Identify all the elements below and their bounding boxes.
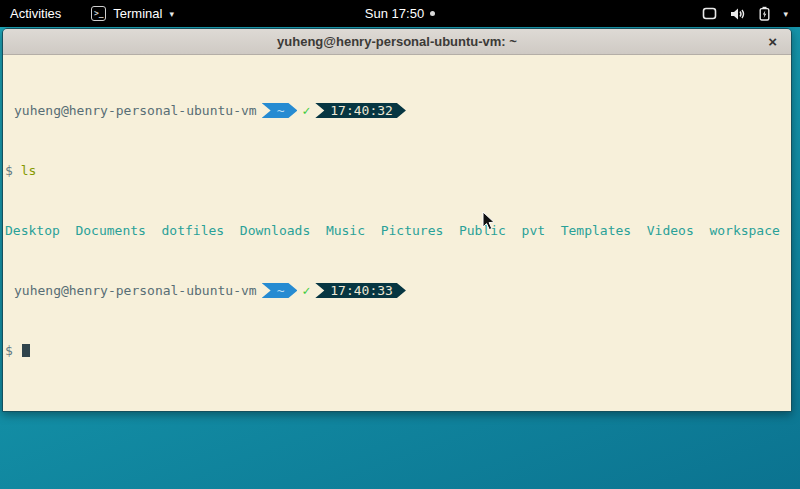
chevron-down-icon: ▾ (783, 9, 788, 19)
activities-button[interactable]: Activities (0, 0, 71, 27)
prompt-line: yuheng@henry-personal-ubuntu-vm ~ ✓ 17:4… (5, 283, 789, 298)
terminal-content[interactable]: yuheng@henry-personal-ubuntu-vm ~ ✓ 17:4… (3, 55, 791, 411)
command-line: $ ls (5, 163, 789, 178)
volume-icon (730, 7, 746, 21)
system-status-area[interactable]: ▾ (702, 0, 800, 27)
terminal-window: yuheng@henry-personal-ubuntu-vm: ~ × yuh… (2, 28, 792, 412)
mouse-cursor (482, 211, 496, 231)
prompt-cwd-segment: ~ (262, 103, 298, 118)
current-input-line[interactable]: $ (5, 343, 789, 358)
status-check-icon: ✓ (302, 103, 310, 118)
prompt-time-segment: 17:40:33 (315, 283, 406, 298)
shell-prompt-symbol: $ (5, 343, 13, 358)
close-button[interactable]: × (768, 29, 777, 54)
app-menu-terminal[interactable]: >_ Terminal ▾ (85, 0, 180, 27)
terminal-app-icon: >_ (91, 6, 106, 21)
shell-prompt-symbol: $ (5, 163, 13, 178)
prompt-line: yuheng@henry-personal-ubuntu-vm ~ ✓ 17:4… (5, 103, 789, 118)
notification-dot-icon (430, 11, 435, 16)
ls-output-line: Desktop Documents dotfiles Downloads Mus… (5, 223, 789, 238)
prompt-cwd-segment: ~ (262, 283, 298, 298)
chevron-down-icon: ▾ (169, 9, 174, 19)
top-bar: Activities >_ Terminal ▾ Sun 17:50 ▾ (0, 0, 800, 27)
app-menu-label: Terminal (113, 6, 162, 21)
text-cursor (22, 344, 30, 357)
prompt-time-segment: 17:40:32 (315, 103, 406, 118)
status-check-icon: ✓ (302, 283, 310, 298)
command-text: ls (21, 163, 37, 178)
window-titlebar[interactable]: yuheng@henry-personal-ubuntu-vm: ~ × (3, 29, 791, 55)
battery-charging-icon (759, 6, 770, 21)
screen-icon (702, 7, 717, 20)
clock-button[interactable]: Sun 17:50 (365, 6, 424, 21)
prompt-user-host: yuheng@henry-personal-ubuntu-vm (5, 283, 257, 298)
window-title: yuheng@henry-personal-ubuntu-vm: ~ (277, 34, 517, 49)
prompt-user-host: yuheng@henry-personal-ubuntu-vm (5, 103, 257, 118)
